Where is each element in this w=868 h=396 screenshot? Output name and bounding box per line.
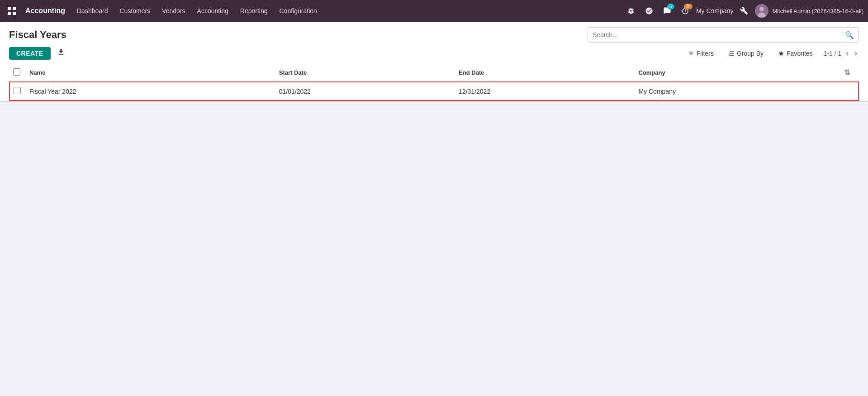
col-settings: ⇅: [840, 64, 859, 82]
chat-badge: 5: [667, 4, 674, 10]
row-checkbox[interactable]: [14, 87, 21, 94]
search-bar: 🔍: [588, 27, 859, 43]
pagination-text: 1-1 / 1: [824, 50, 842, 57]
timer-badge: 38: [684, 4, 693, 10]
toolbar: CREATE Filters Group By: [0, 43, 868, 64]
table-wrapper: Name Start Date End Date Company ⇅: [0, 64, 868, 101]
nav-customers[interactable]: Customers: [114, 5, 156, 17]
nav-accounting[interactable]: Accounting: [192, 5, 234, 17]
row-company: My Company: [635, 82, 840, 100]
groupby-button[interactable]: Group By: [725, 48, 767, 59]
page-header: Fiscal Years 🔍: [0, 22, 868, 43]
top-nav: Accounting Dashboard Customers Vendors A…: [0, 0, 868, 22]
nav-configuration[interactable]: Configuration: [274, 5, 323, 17]
next-page-button[interactable]: ›: [853, 48, 859, 58]
row-name: Fiscal Year 2022: [26, 82, 275, 100]
favorites-button[interactable]: Favorites: [774, 48, 816, 59]
row-actions: [840, 82, 859, 100]
row-checkbox-cell: [9, 82, 26, 100]
search-input[interactable]: [593, 31, 845, 38]
download-button[interactable]: [54, 46, 68, 60]
chat-badge-btn[interactable]: 5: [660, 4, 674, 18]
favorites-label: Favorites: [787, 50, 813, 57]
svg-point-5: [759, 7, 764, 11]
toolbar-right: Filters Group By Favorites 1-1 / 1 ‹ ›: [684, 48, 859, 59]
groupby-label: Group By: [737, 50, 764, 57]
avatar[interactable]: [755, 4, 768, 18]
page-title: Fiscal Years: [9, 29, 66, 41]
nav-vendors[interactable]: Vendors: [157, 5, 190, 17]
svg-rect-3: [13, 12, 16, 15]
timer-badge-btn[interactable]: 38: [678, 4, 693, 18]
nav-right: 5 38 My Company Mitchell Admin (20264385…: [624, 4, 863, 18]
col-name: Name: [26, 64, 275, 82]
svg-rect-2: [8, 12, 11, 15]
table-row[interactable]: Fiscal Year 2022 01/01/2022 12/31/2022 M…: [9, 82, 859, 100]
nav-dashboard[interactable]: Dashboard: [71, 5, 114, 17]
header-checkbox-col: [9, 64, 26, 82]
col-company: Company: [635, 64, 840, 82]
tools-icon[interactable]: [737, 4, 751, 18]
bug-icon[interactable]: [624, 4, 638, 18]
row-end-date: 12/31/2022: [455, 82, 635, 100]
svg-rect-0: [8, 7, 11, 10]
support-icon[interactable]: [642, 4, 656, 18]
row-start-date: 01/01/2022: [275, 82, 455, 100]
col-start-date: Start Date: [275, 64, 455, 82]
fiscal-years-table: Name Start Date End Date Company ⇅: [9, 64, 859, 101]
below-table-area: [0, 102, 868, 364]
svg-rect-1: [13, 7, 16, 10]
page-wrapper: Fiscal Years 🔍 CREATE Filters: [0, 22, 868, 101]
filters-label: Filters: [697, 50, 714, 57]
nav-reporting[interactable]: Reporting: [235, 5, 273, 17]
col-settings-icon[interactable]: ⇅: [844, 69, 850, 76]
filters-button[interactable]: Filters: [684, 48, 717, 59]
app-brand[interactable]: Accounting: [21, 7, 70, 15]
select-all-checkbox[interactable]: [13, 68, 20, 76]
pagination: 1-1 / 1 ‹ ›: [824, 48, 859, 58]
company-name[interactable]: My Company: [696, 7, 733, 14]
col-end-date: End Date: [455, 64, 635, 82]
user-name[interactable]: Mitchell Admin (20264385-16-0-all): [772, 8, 863, 14]
create-button[interactable]: CREATE: [9, 47, 51, 60]
nav-items: Dashboard Customers Vendors Accounting R…: [71, 5, 622, 17]
table-header-row: Name Start Date End Date Company ⇅: [9, 64, 859, 82]
search-icon: 🔍: [845, 31, 854, 39]
apps-icon[interactable]: [5, 4, 19, 18]
prev-page-button[interactable]: ‹: [844, 48, 850, 58]
